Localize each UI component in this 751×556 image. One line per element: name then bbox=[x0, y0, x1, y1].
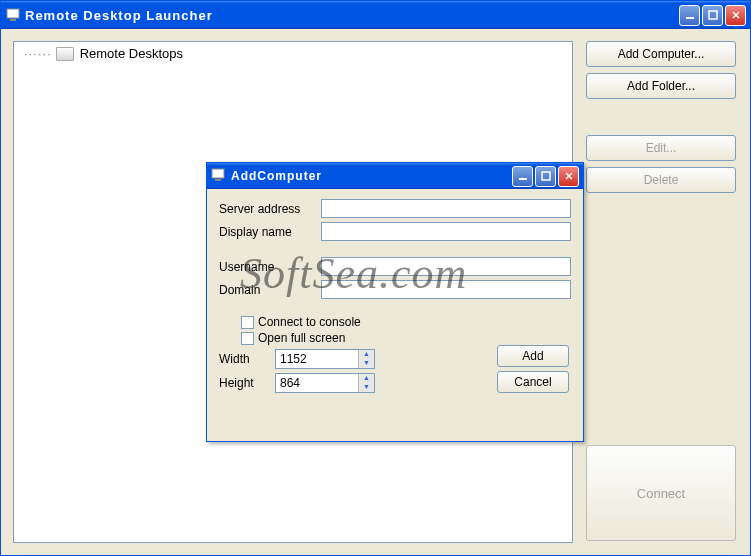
add-computer-dialog: AddComputer Server address Display name … bbox=[206, 162, 584, 442]
display-name-label: Display name bbox=[219, 225, 321, 239]
height-label: Height bbox=[219, 376, 275, 390]
dialog-title: AddComputer bbox=[231, 169, 512, 183]
width-spinner[interactable]: 1152 ▲ ▼ bbox=[275, 349, 375, 369]
dialog-window-controls bbox=[512, 166, 579, 187]
maximize-button[interactable] bbox=[702, 5, 723, 26]
folder-icon bbox=[56, 47, 74, 61]
username-input[interactable] bbox=[321, 257, 571, 276]
domain-label: Domain bbox=[219, 283, 321, 297]
svg-rect-1 bbox=[10, 19, 16, 21]
dialog-icon bbox=[211, 168, 227, 184]
connect-panel: Connect bbox=[586, 445, 736, 541]
edit-button[interactable]: Edit... bbox=[586, 135, 736, 161]
svg-rect-2 bbox=[686, 17, 694, 19]
width-label: Width bbox=[219, 352, 275, 366]
dialog-close-button[interactable] bbox=[558, 166, 579, 187]
add-button[interactable]: Add bbox=[497, 345, 569, 367]
main-titlebar[interactable]: Remote Desktop Launcher bbox=[1, 1, 750, 29]
main-window-controls bbox=[679, 5, 746, 26]
width-value: 1152 bbox=[276, 352, 358, 366]
server-address-label: Server address bbox=[219, 202, 321, 216]
add-folder-button[interactable]: Add Folder... bbox=[586, 73, 736, 99]
close-button[interactable] bbox=[725, 5, 746, 26]
delete-button[interactable]: Delete bbox=[586, 167, 736, 193]
svg-rect-8 bbox=[519, 178, 527, 180]
dialog-titlebar[interactable]: AddComputer bbox=[207, 163, 583, 189]
height-spinner[interactable]: 864 ▲ ▼ bbox=[275, 373, 375, 393]
open-fullscreen-label: Open full screen bbox=[258, 331, 345, 345]
app-icon bbox=[5, 7, 21, 23]
add-computer-button[interactable]: Add Computer... bbox=[586, 41, 736, 67]
svg-rect-6 bbox=[212, 169, 224, 178]
connect-button[interactable]: Connect bbox=[586, 445, 736, 541]
height-value: 864 bbox=[276, 376, 358, 390]
dialog-maximize-button[interactable] bbox=[535, 166, 556, 187]
display-name-input[interactable] bbox=[321, 222, 571, 241]
height-up-icon[interactable]: ▲ bbox=[358, 374, 374, 383]
button-spacer bbox=[586, 105, 736, 129]
tree-root-label: Remote Desktops bbox=[80, 46, 183, 61]
connect-console-checkbox[interactable] bbox=[241, 316, 254, 329]
connect-console-label: Connect to console bbox=[258, 315, 361, 329]
dialog-body: Server address Display name Username Dom… bbox=[207, 189, 583, 403]
svg-rect-9 bbox=[542, 172, 550, 180]
svg-rect-0 bbox=[7, 9, 19, 18]
height-down-icon[interactable]: ▼ bbox=[358, 383, 374, 392]
tree-expander-icon: ······ bbox=[24, 46, 52, 61]
server-address-input[interactable] bbox=[321, 199, 571, 218]
username-label: Username bbox=[219, 260, 321, 274]
side-buttons: Add Computer... Add Folder... Edit... De… bbox=[586, 41, 736, 193]
main-title: Remote Desktop Launcher bbox=[25, 8, 679, 23]
tree-root-item[interactable]: ······ Remote Desktops bbox=[14, 42, 572, 65]
dialog-buttons: Add Cancel bbox=[497, 345, 569, 393]
width-down-icon[interactable]: ▼ bbox=[358, 359, 374, 368]
svg-rect-3 bbox=[709, 11, 717, 19]
dialog-minimize-button[interactable] bbox=[512, 166, 533, 187]
width-up-icon[interactable]: ▲ bbox=[358, 350, 374, 359]
domain-input[interactable] bbox=[321, 280, 571, 299]
cancel-button[interactable]: Cancel bbox=[497, 371, 569, 393]
svg-rect-7 bbox=[215, 179, 221, 181]
open-fullscreen-checkbox[interactable] bbox=[241, 332, 254, 345]
minimize-button[interactable] bbox=[679, 5, 700, 26]
